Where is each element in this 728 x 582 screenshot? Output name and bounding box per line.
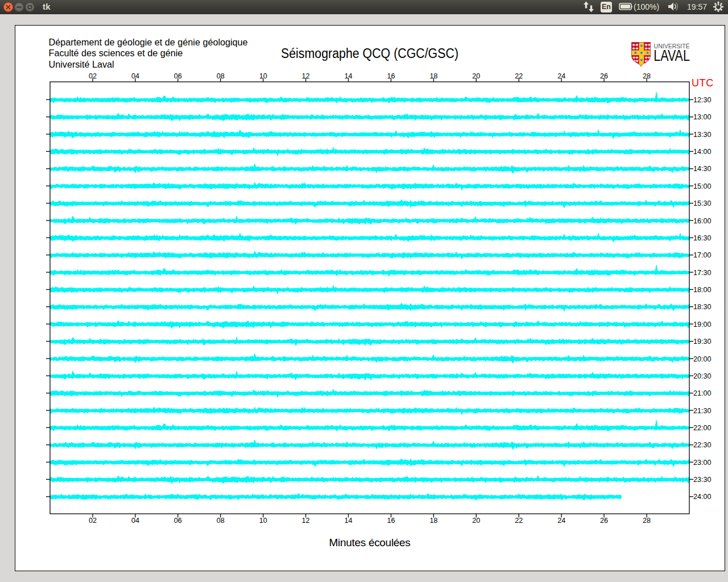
svg-text:LAVAL: LAVAL <box>653 47 690 64</box>
